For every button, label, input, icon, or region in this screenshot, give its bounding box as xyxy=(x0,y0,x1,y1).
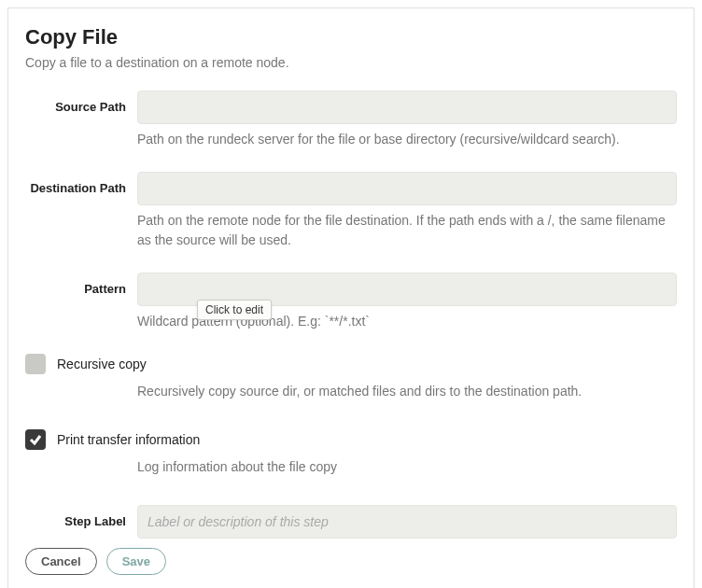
copy-file-panel: Copy File Copy a file to a destination o… xyxy=(7,7,695,588)
source-path-row: Source Path xyxy=(25,91,677,124)
print-info-row: Print transfer information xyxy=(25,429,677,450)
destination-path-input[interactable] xyxy=(137,172,677,205)
recursive-copy-label: Recursive copy xyxy=(57,357,147,371)
source-path-label: Source Path xyxy=(25,91,137,114)
button-row: Cancel Save xyxy=(25,548,677,575)
save-button[interactable]: Save xyxy=(106,548,166,575)
destination-path-help: Path on the remote node for the file des… xyxy=(137,211,677,250)
panel-subtitle: Copy a file to a destination on a remote… xyxy=(25,55,677,70)
print-info-help: Log information about the file copy xyxy=(137,457,337,477)
recursive-copy-checkbox[interactable] xyxy=(25,354,46,374)
destination-path-row: Destination Path xyxy=(25,172,677,205)
recursive-copy-row: Recursive copy xyxy=(25,354,677,374)
print-info-checkbox[interactable] xyxy=(25,429,46,450)
step-label-label: Step Label xyxy=(25,505,137,528)
click-to-edit-tooltip: Click to edit xyxy=(197,300,272,320)
source-path-input[interactable] xyxy=(137,91,677,124)
panel-title: Copy File xyxy=(25,25,677,49)
checkmark-icon xyxy=(28,432,43,447)
cancel-button[interactable]: Cancel xyxy=(25,548,97,575)
pattern-row: Pattern xyxy=(25,273,677,306)
recursive-copy-help: Recursively copy source dir, or matched … xyxy=(137,382,582,401)
pattern-label: Pattern xyxy=(25,273,137,296)
destination-path-label: Destination Path xyxy=(25,172,137,195)
source-path-help: Path on the rundeck server for the file … xyxy=(137,130,620,149)
step-label-row: Step Label xyxy=(25,505,677,539)
print-info-label: Print transfer information xyxy=(57,432,200,447)
step-label-input[interactable] xyxy=(137,505,677,539)
